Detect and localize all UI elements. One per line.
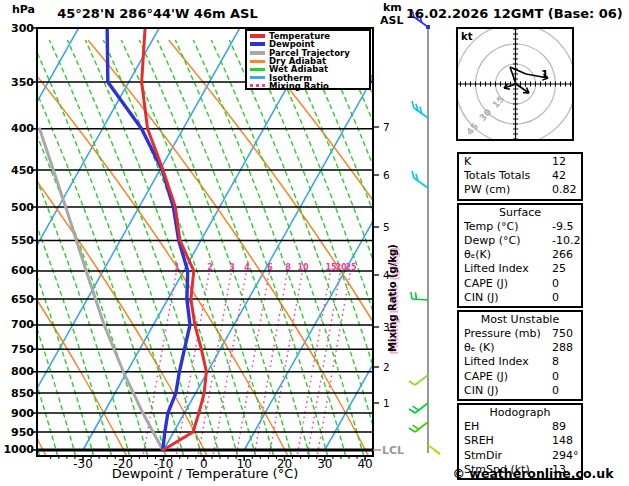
credit-footer: © weatheronline.co.uk (440, 466, 626, 481)
km-tick-label: 2 (383, 361, 390, 373)
stats-row: CIN (J)0 (459, 291, 581, 305)
stats-row: Temp (°C)-9.5 (459, 220, 581, 234)
stats-row-label: Temp (°C) (464, 220, 552, 234)
stats-row-value: -9.5 (552, 220, 581, 234)
altitude-unit-label: km (383, 1, 402, 14)
pressure-tick-label: 400 (0, 122, 34, 135)
stats-section-header: Surface (459, 206, 581, 220)
stats-row-value: 0 (552, 384, 581, 398)
km-tick-label: 5 (383, 221, 390, 233)
mixing-ratio-label: 2 (202, 263, 218, 272)
legend-line-sample (250, 34, 265, 38)
stats-row: CIN (J)0 (459, 384, 581, 398)
stats-row: Lifted Index25 (459, 262, 581, 276)
stats-row-label: Lifted Index (464, 262, 552, 276)
stats-row-value: 25 (552, 262, 581, 276)
stats-row: PW (cm)0.82 (459, 183, 581, 197)
altitude-ref-label: ASL (380, 14, 403, 27)
stats-section: SurfaceTemp (°C)-9.5Dewp (°C)-10.2θₑ(K)2… (457, 203, 583, 308)
stats-row-label: Lifted Index (464, 355, 552, 369)
temperature-tick-label: 40 (345, 457, 385, 471)
stats-row-value: 12 (552, 155, 581, 169)
mixing-ratio-label: 8 (280, 263, 296, 272)
stats-row: SREH148 (459, 434, 581, 448)
stats-row-value: 750 (552, 327, 581, 341)
stats-row: Dewp (°C)-10.2 (459, 234, 581, 248)
stats-row: θₑ (K)288 (459, 341, 581, 355)
stats-row-value: 0 (552, 370, 581, 384)
stats-row-label: Totals Totals (464, 169, 552, 183)
stats-row: Lifted Index8 (459, 355, 581, 369)
station-title: 45°28'N 286°44'W 46m ASL (40, 6, 275, 21)
km-tick-label: 7 (383, 121, 390, 133)
stats-section: Most UnstablePressure (mb)750θₑ (K)288Li… (457, 310, 583, 401)
stats-row-value: -10.2 (552, 234, 581, 248)
datetime-label: 16.02.2026 12GMT (Base: 06) (406, 6, 623, 21)
pressure-tick-label: 850 (0, 387, 34, 400)
stats-row: Totals Totals42 (459, 169, 581, 183)
legend-line-sample (250, 76, 265, 79)
stats-row-value: 266 (552, 248, 581, 262)
legend-item: Mixing Ratio (250, 82, 369, 90)
stats-panel: K12Totals Totals42PW (cm)0.82SurfaceTemp… (457, 152, 583, 482)
stats-row-label: StmDir (464, 449, 552, 463)
mixing-ratio-label: 6 (262, 263, 278, 272)
stats-row-label: SREH (464, 434, 552, 448)
stats-section: K12Totals Totals42PW (cm)0.82 (457, 152, 583, 201)
stats-row-value: 148 (552, 434, 581, 448)
pressure-tick-label: 650 (0, 293, 34, 306)
mixing-ratio-label: 4 (239, 263, 255, 272)
stats-row-label: Dewp (°C) (464, 234, 552, 248)
stats-row: K12 (459, 155, 581, 169)
stats-row-label: Pressure (mb) (464, 327, 552, 341)
lcl-label: LCL (382, 444, 404, 457)
stats-row-label: PW (cm) (464, 183, 552, 197)
mixing-ratio-label: 1 (169, 263, 185, 272)
km-tick-label: 1 (383, 397, 390, 409)
stats-row-label: CIN (J) (464, 384, 552, 398)
legend-line-sample (250, 68, 265, 71)
stats-row-label: CAPE (J) (464, 277, 552, 291)
stats-row-value: 0 (552, 291, 581, 305)
x-axis-title: Dewpoint / Temperature (°C) (60, 466, 350, 481)
stats-row: CAPE (J)0 (459, 277, 581, 291)
stats-row-label: EH (464, 420, 552, 434)
pressure-tick-label: 750 (0, 343, 34, 356)
km-tick-label: 6 (383, 169, 390, 181)
stats-section-header: Most Unstable (459, 313, 581, 327)
mixing-ratio-label: 3 (224, 263, 240, 272)
stats-row: CAPE (J)0 (459, 370, 581, 384)
pressure-tick-label: 500 (0, 201, 34, 214)
stats-row: Pressure (mb)750 (459, 327, 581, 341)
stats-row: StmDir294° (459, 449, 581, 463)
stats-row-value: 0.82 (552, 183, 581, 197)
stats-row-value: 89 (552, 420, 581, 434)
pressure-tick-label: 900 (0, 407, 34, 420)
stats-row: θₑ(K)266 (459, 248, 581, 262)
legend-line-sample (250, 84, 265, 87)
pressure-tick-label: 600 (0, 264, 34, 277)
stats-row-value: 288 (552, 341, 581, 355)
stats-row-label: CIN (J) (464, 291, 552, 305)
pressure-tick-label: 800 (0, 365, 34, 378)
stats-row-label: θₑ (K) (464, 341, 552, 355)
stats-row-label: CAPE (J) (464, 370, 552, 384)
pressure-tick-label: 700 (0, 318, 34, 331)
pressure-tick-label: 550 (0, 234, 34, 247)
pressure-unit-label: hPa (12, 3, 35, 16)
skewt-screenshot: hPa 45°28'N 286°44'W 46m ASL km ASL 16.0… (0, 0, 629, 486)
stats-row-label: θₑ(K) (464, 248, 552, 262)
pressure-tick-label: 300 (0, 22, 34, 35)
legend-line-sample (250, 42, 265, 46)
mixing-ratio-axis-label: Mixing Ratio (g/kg) (387, 244, 398, 352)
stats-row-value: 8 (552, 355, 581, 369)
stats-row-value: 0 (552, 277, 581, 291)
pressure-tick-label: 950 (0, 426, 34, 439)
legend-box: TemperatureDewpointParcel TrajectoryDry … (245, 29, 371, 90)
stats-row-value: 42 (552, 169, 581, 183)
pressure-tick-label: 1000 (0, 443, 34, 456)
mixing-ratio-label: 25 (343, 263, 359, 272)
legend-line-sample (250, 60, 265, 63)
mixing-ratio-label: 10 (295, 263, 311, 272)
legend-item-label: Mixing Ratio (269, 82, 329, 90)
